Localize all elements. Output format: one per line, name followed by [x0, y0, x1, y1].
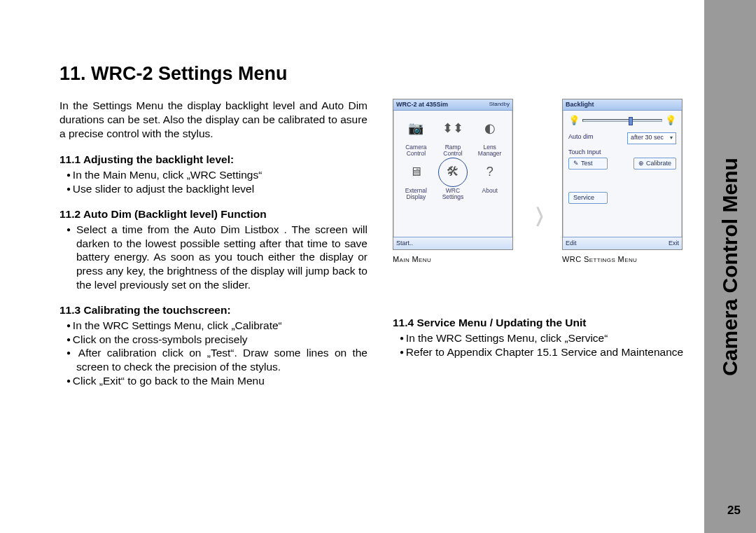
- backlight-slider[interactable]: [582, 119, 662, 122]
- label-touch-input: Touch Input: [568, 148, 676, 157]
- about-icon: ?: [476, 158, 504, 186]
- icon-label: WRCSettings: [436, 188, 470, 200]
- icon-label: RampControl: [436, 144, 470, 156]
- footbar-exit[interactable]: Exit: [668, 240, 679, 248]
- icon-ramp-control[interactable]: ⬍⬍ RampControl: [436, 115, 470, 157]
- bullet: Select a time from the Auto Dim Listbox …: [66, 223, 368, 292]
- service-button[interactable]: Service: [568, 192, 608, 204]
- subhead-11-2: 11.2 Auto Dim (Backlight level) Function: [59, 207, 368, 221]
- figure-caption-settings: WRC Settings Menu: [562, 254, 637, 264]
- figure-caption-main: Main Menu: [393, 254, 431, 264]
- label-auto-dim: Auto dim: [568, 133, 594, 141]
- page-title: 11. WRC-2 Settings Menu: [59, 63, 690, 85]
- screen-titlebar-left: Backlight: [566, 101, 594, 109]
- page-content: 11. WRC-2 Settings Menu In the Settings …: [59, 63, 690, 388]
- bullet: Click „Exit“ to go back to the Main Menu: [66, 374, 368, 388]
- calibrate-icon: ⊕: [638, 160, 644, 168]
- subhead-11-4: 11.4 Service Menu / Updating the Unit: [393, 316, 687, 330]
- icon-camera-control[interactable]: 📷 CameraControl: [399, 115, 433, 157]
- camera-icon: 📷: [402, 115, 430, 143]
- bullet: In the Main Menu, click „WRC Settings“: [66, 168, 368, 182]
- page-number: 25: [727, 504, 741, 518]
- bulb-bright-icon: 💡: [665, 115, 676, 127]
- icon-label: CameraControl: [399, 144, 433, 156]
- test-button[interactable]: ✎Test: [568, 158, 608, 169]
- icon-about[interactable]: ? About: [473, 158, 507, 200]
- intro-paragraph: In the Settings Menu the display backlig…: [59, 99, 368, 140]
- display-icon: 🖥: [402, 158, 430, 186]
- lens-icon: ◐: [476, 115, 504, 143]
- screen-titlebar-left: WRC-2 at 435Sim: [396, 101, 448, 109]
- icon-wrc-settings[interactable]: 🛠 WRCSettings: [436, 158, 470, 200]
- bullet: Use slider to adjust the backlight level: [66, 182, 368, 196]
- figure-wrc-settings: Backlight 💡 💡 Auto dim: [562, 99, 682, 250]
- footbar-start[interactable]: Start..: [396, 240, 413, 248]
- figure-main-menu: WRC-2 at 435Sim Standby 📷 CameraControl …: [393, 99, 513, 250]
- sidebar-label: Camera Control Menu: [718, 158, 742, 376]
- bullet: Click on the cross-symbols precisely: [66, 333, 368, 347]
- calibrate-button[interactable]: ⊕Calibrate: [634, 158, 676, 169]
- bulb-dim-icon: 💡: [568, 115, 580, 127]
- icon-label: LensManager: [473, 144, 507, 156]
- autodim-dropdown[interactable]: after 30 sec ▾: [627, 132, 676, 144]
- settings-icon: 🛠: [439, 158, 467, 186]
- bullet: Refer to Appendix Chapter 15.1 Service a…: [400, 345, 687, 359]
- figure-arrow: ›: [531, 135, 544, 228]
- icon-lens-manager[interactable]: ◐ LensManager: [473, 115, 507, 157]
- sidebar-tab: Camera Control Menu: [704, 0, 756, 533]
- bullet: In the WRC Settings Menu, click „Calibra…: [66, 319, 368, 333]
- chevron-right-icon: ›: [536, 198, 541, 228]
- icon-external-display[interactable]: 🖥 ExternalDisplay: [399, 158, 433, 200]
- bullet: In the WRC Settings Menu, click „Service…: [400, 331, 687, 345]
- icon-label: ExternalDisplay: [399, 188, 433, 200]
- test-icon: ✎: [573, 160, 579, 168]
- chevron-down-icon: ▾: [670, 134, 673, 141]
- figure-row: WRC-2 at 435Sim Standby 📷 CameraControl …: [393, 99, 687, 264]
- footbar-edit[interactable]: Edit: [566, 240, 577, 248]
- bullet: After calibration click on „Test“. Draw …: [66, 346, 368, 374]
- autodim-value: after 30 sec: [631, 134, 664, 142]
- ramp-icon: ⬍⬍: [439, 115, 467, 143]
- screen-titlebar-right: Standby: [489, 101, 510, 108]
- subhead-11-1: 11.1 Adjusting the backlight level:: [59, 153, 368, 167]
- subhead-11-3: 11.3 Calibrating the touchscreen:: [59, 303, 368, 317]
- icon-label: About: [473, 188, 507, 194]
